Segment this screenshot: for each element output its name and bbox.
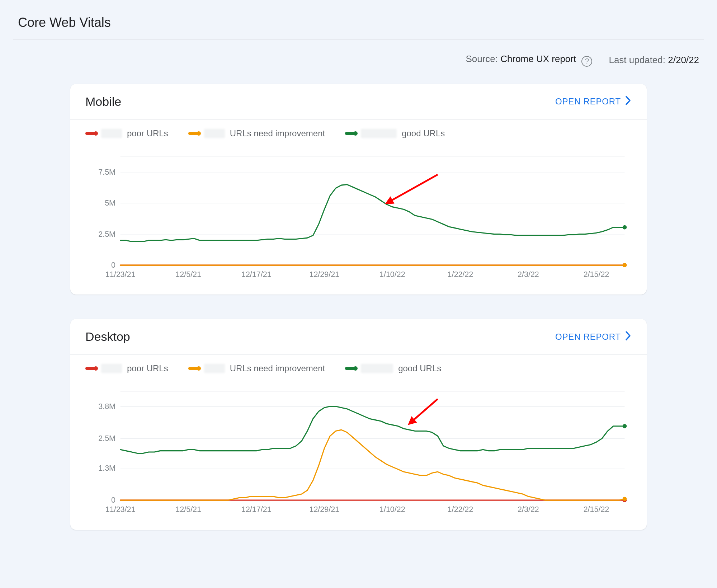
svg-text:11/23/21: 11/23/21 <box>105 505 136 514</box>
svg-text:1/10/22: 1/10/22 <box>379 270 405 279</box>
chevron-right-icon <box>625 331 632 343</box>
meta-row: Source: Chrome UX report ? Last updated:… <box>13 40 704 84</box>
svg-text:11/23/21: 11/23/21 <box>105 270 136 279</box>
swatch-need-icon <box>188 367 199 370</box>
svg-text:12/17/21: 12/17/21 <box>241 505 272 514</box>
legend-desktop: poor URLs URLs need improvement good URL… <box>70 355 647 378</box>
source-block: Source: Chrome UX report ? <box>466 53 592 67</box>
legend-label-good: good URLs <box>398 363 441 373</box>
redacted-value <box>204 129 225 138</box>
open-report-label: OPEN REPORT <box>555 332 621 342</box>
swatch-poor-icon <box>85 367 96 370</box>
legend-item-need: URLs need improvement <box>188 363 325 373</box>
card-desktop: Desktop OPEN REPORT poor URLs UR <box>70 319 647 530</box>
updated-label: Last updated: <box>609 55 668 65</box>
svg-text:12/5/21: 12/5/21 <box>175 505 201 514</box>
svg-text:0: 0 <box>111 261 115 269</box>
legend-mobile: poor URLs URLs need improvement good URL… <box>70 120 647 143</box>
svg-text:2.5M: 2.5M <box>98 434 115 443</box>
legend-label-poor: poor URLs <box>127 363 168 373</box>
redacted-value <box>204 364 225 373</box>
legend-item-poor: poor URLs <box>85 128 168 138</box>
swatch-good-icon <box>345 132 356 135</box>
svg-text:0: 0 <box>111 496 115 504</box>
svg-line-20 <box>387 174 438 203</box>
source-label: Source: <box>466 53 500 64</box>
legend-item-good: good URLs <box>345 128 445 138</box>
legend-label-need: URLs need improvement <box>230 363 325 373</box>
swatch-good-icon <box>345 367 356 370</box>
swatch-need-icon <box>188 132 199 135</box>
legend-label-need: URLs need improvement <box>230 128 325 138</box>
svg-text:5M: 5M <box>105 199 115 207</box>
card-mobile: Mobile OPEN REPORT poor URLs URL <box>70 84 647 295</box>
card-title-mobile: Mobile <box>85 95 121 109</box>
svg-text:2/15/22: 2/15/22 <box>584 505 609 514</box>
open-report-label: OPEN REPORT <box>555 97 621 107</box>
legend-item-poor: poor URLs <box>85 363 168 373</box>
updated-block: Last updated: 2/20/22 <box>609 55 699 66</box>
redacted-value <box>361 364 393 373</box>
chart-desktop: 01.3M2.5M3.8M11/23/2112/5/2112/17/2112/2… <box>70 378 647 530</box>
svg-marker-21 <box>387 198 393 203</box>
svg-point-18 <box>623 263 627 267</box>
svg-text:2/3/22: 2/3/22 <box>518 270 539 279</box>
card-title-desktop: Desktop <box>85 330 130 344</box>
legend-item-good: good URLs <box>345 363 441 373</box>
swatch-poor-icon <box>85 132 96 135</box>
svg-text:2/3/22: 2/3/22 <box>518 505 539 514</box>
chart-mobile: 02.5M5M7.5M11/23/2112/5/2112/17/2112/29/… <box>70 143 647 295</box>
svg-text:1/22/22: 1/22/22 <box>448 270 473 279</box>
svg-text:2.5M: 2.5M <box>98 230 115 238</box>
svg-text:1/10/22: 1/10/22 <box>379 505 405 514</box>
svg-text:3.8M: 3.8M <box>98 402 115 411</box>
source-value: Chrome UX report <box>500 53 576 64</box>
redacted-value <box>101 364 122 373</box>
open-report-desktop[interactable]: OPEN REPORT <box>555 331 632 343</box>
svg-point-41 <box>623 424 627 428</box>
page-title: Core Web Vitals <box>18 15 111 30</box>
svg-text:1/22/22: 1/22/22 <box>448 505 473 514</box>
svg-point-40 <box>623 497 627 501</box>
help-icon[interactable]: ? <box>581 56 592 67</box>
svg-text:12/17/21: 12/17/21 <box>241 270 272 279</box>
redacted-value <box>361 129 397 138</box>
legend-label-poor: poor URLs <box>127 128 168 138</box>
svg-text:7.5M: 7.5M <box>98 168 115 176</box>
chevron-right-icon <box>625 95 632 108</box>
legend-item-need: URLs need improvement <box>188 128 325 138</box>
svg-text:12/29/21: 12/29/21 <box>309 505 339 514</box>
legend-label-good: good URLs <box>402 128 445 138</box>
svg-text:12/5/21: 12/5/21 <box>175 270 201 279</box>
svg-text:1.3M: 1.3M <box>98 464 115 472</box>
open-report-mobile[interactable]: OPEN REPORT <box>555 95 632 108</box>
svg-text:2/15/22: 2/15/22 <box>584 270 609 279</box>
updated-value: 2/20/22 <box>668 55 699 65</box>
svg-text:12/29/21: 12/29/21 <box>309 270 339 279</box>
redacted-value <box>101 129 122 138</box>
svg-point-19 <box>623 225 627 229</box>
